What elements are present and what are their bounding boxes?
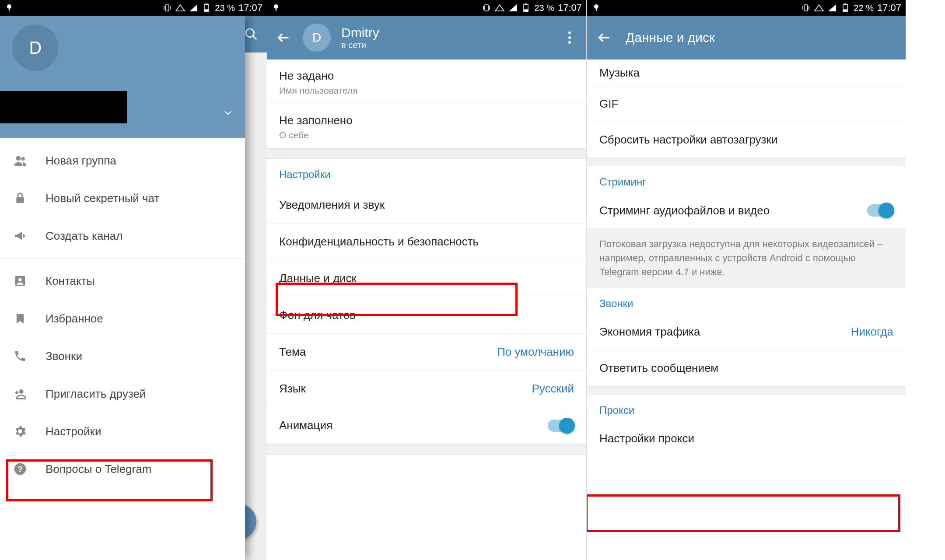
item-proxy-settings[interactable]: Настройки прокси — [587, 421, 906, 457]
item-data-saver-value: Никогда — [851, 325, 893, 339]
battery-icon — [840, 3, 850, 13]
toolbar: D Dmitry в сети — [267, 16, 586, 60]
item-gif[interactable]: GIF — [587, 86, 906, 122]
menu-favorites[interactable]: Избранное — [0, 300, 245, 337]
profile-avatar[interactable]: D — [303, 24, 331, 52]
menu-new-group-label: Новая группа — [46, 154, 116, 168]
item-reply-msg[interactable]: Ответить сообщением — [587, 350, 906, 386]
wifi-icon — [495, 3, 504, 13]
menu-new-group[interactable]: Новая группа — [0, 142, 245, 179]
settings-language[interactable]: Язык Русский — [267, 371, 586, 407]
svg-point-9 — [21, 157, 25, 161]
svg-rect-20 — [525, 4, 527, 4]
back-button[interactable] — [597, 30, 612, 45]
menu-create-channel-label: Создать канал — [46, 229, 122, 243]
menu-contacts[interactable]: Контакты — [0, 262, 245, 300]
menu-settings[interactable]: Настройки — [0, 413, 245, 450]
search-icon[interactable] — [244, 27, 258, 41]
vibrate-icon — [801, 3, 811, 13]
status-bar: 23 % 17:07 — [0, 0, 267, 16]
section-header-calls: Звонки — [587, 288, 906, 314]
menu-secret-chat-label: Новый секретный чат — [46, 192, 159, 205]
profile-name: Dmitry — [341, 25, 550, 40]
bookmark-icon — [12, 311, 28, 326]
section-header-proxy: Прокси — [587, 395, 906, 421]
redacted-username — [0, 91, 127, 123]
status-bar: 23 % 17:07 — [267, 0, 586, 16]
signal-icon — [827, 3, 837, 13]
item-gif-label: GIF — [599, 97, 618, 111]
profile-status: в сети — [341, 40, 550, 50]
signal-icon — [189, 3, 198, 13]
menu-contacts-label: Контакты — [46, 274, 94, 288]
svg-rect-21 — [524, 10, 528, 11]
settings-animation[interactable]: Анимация — [267, 407, 586, 444]
settings-theme-label: Тема — [279, 345, 306, 359]
svg-rect-1 — [9, 8, 10, 11]
settings-language-value: Русский — [532, 382, 574, 396]
svg-rect-29 — [844, 4, 846, 4]
item-data-saver[interactable]: Экономия трафика Никогда — [587, 314, 906, 350]
svg-rect-18 — [485, 5, 488, 11]
svg-rect-26 — [596, 8, 597, 11]
section-divider — [267, 444, 586, 455]
avatar-letter: D — [312, 31, 321, 45]
svg-point-22 — [568, 32, 571, 34]
page-title: Данные и диск — [626, 30, 715, 45]
username-label: Имя пользователя — [279, 85, 574, 96]
group-icon — [12, 153, 28, 168]
section-header-streaming: Стриминг — [587, 166, 906, 192]
svg-point-24 — [568, 41, 571, 44]
svg-point-8 — [16, 156, 21, 161]
menu-create-channel[interactable]: Создать канал — [0, 217, 245, 255]
svg-rect-30 — [844, 10, 847, 11]
settings-notifications[interactable]: Уведомления и звук — [267, 187, 586, 224]
drawer-header: D — [0, 16, 245, 138]
animation-toggle[interactable] — [548, 420, 574, 432]
notification-icon — [4, 3, 14, 13]
item-data-saver-label: Экономия трафика — [599, 325, 700, 339]
notification-icon — [271, 3, 281, 13]
highlight-settings — [6, 459, 213, 501]
person-icon — [12, 273, 28, 289]
menu-calls-label: Звонки — [46, 350, 82, 363]
menu-favorites-label: Избранное — [46, 312, 103, 326]
svg-rect-17 — [276, 8, 276, 11]
streaming-toggle[interactable] — [867, 204, 893, 217]
user-avatar[interactable]: D — [12, 24, 59, 71]
username-value: Не задано — [279, 69, 574, 83]
menu-secret-chat[interactable]: Новый секретный чат — [0, 179, 245, 217]
battery-icon — [521, 3, 531, 13]
phone-icon — [12, 348, 28, 364]
item-streaming[interactable]: Стриминг аудиофайлов и видео — [587, 192, 906, 228]
settings-theme[interactable]: Тема По умолчанию — [267, 334, 586, 371]
avatar-letter: D — [29, 38, 42, 58]
menu-invite-label: Пригласить друзей — [46, 387, 146, 401]
svg-rect-27 — [804, 5, 808, 11]
overflow-menu-icon[interactable] — [561, 31, 578, 44]
back-button[interactable] — [275, 29, 292, 46]
highlight-proxy — [586, 494, 900, 532]
signal-icon — [508, 3, 518, 13]
item-reset-autoload-label: Сбросить настройки автозагрузки — [599, 133, 777, 147]
svg-point-23 — [568, 36, 571, 39]
item-music[interactable]: Музыка — [587, 60, 906, 86]
vibrate-icon — [482, 3, 491, 13]
highlight-data-disk — [276, 283, 518, 316]
settings-privacy[interactable]: Конфиденциальность и безопасность — [267, 224, 586, 260]
item-reset-autoload[interactable]: Сбросить настройки автозагрузки — [587, 122, 906, 158]
svg-rect-5 — [205, 10, 208, 11]
chevron-down-icon[interactable] — [223, 110, 233, 116]
battery-percent: 23 % — [534, 3, 554, 13]
notification-icon — [592, 3, 601, 13]
username-row[interactable]: Не задано Имя пользователя — [267, 60, 586, 104]
svg-rect-2 — [165, 5, 169, 11]
bio-row[interactable]: Не заполнено О себе — [267, 104, 586, 148]
person-add-icon — [12, 386, 28, 402]
bio-label: О себе — [279, 130, 574, 140]
divider — [0, 258, 245, 259]
menu-calls[interactable]: Звонки — [0, 337, 245, 375]
menu-invite[interactable]: Пригласить друзей — [0, 375, 245, 413]
item-music-label: Музыка — [599, 66, 640, 80]
item-streaming-label: Стриминг аудиофайлов и видео — [599, 204, 770, 217]
